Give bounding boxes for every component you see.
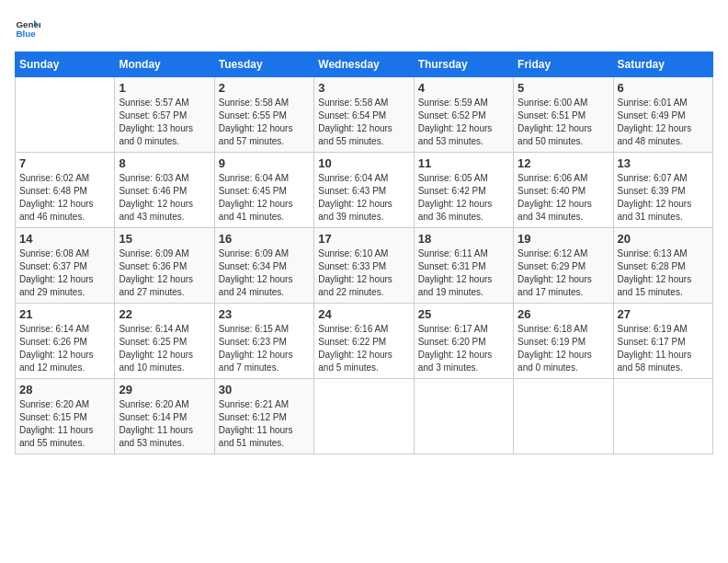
day-info: Sunrise: 6:07 AM Sunset: 6:39 PM Dayligh… xyxy=(618,172,709,224)
calendar-table: SundayMondayTuesdayWednesdayThursdayFrid… xyxy=(15,52,713,454)
day-number: 14 xyxy=(19,232,110,246)
calendar-cell: 25Sunrise: 6:17 AM Sunset: 6:20 PM Dayli… xyxy=(414,304,513,379)
logo-icon: General Blue xyxy=(15,15,40,40)
day-info: Sunrise: 6:03 AM Sunset: 6:46 PM Dayligh… xyxy=(119,172,210,224)
calendar-cell: 19Sunrise: 6:12 AM Sunset: 6:29 PM Dayli… xyxy=(514,228,613,304)
weekday-header: Sunday xyxy=(16,52,115,77)
calendar-cell: 30Sunrise: 6:21 AM Sunset: 6:12 PM Dayli… xyxy=(214,379,313,454)
day-number: 16 xyxy=(219,232,310,246)
day-info: Sunrise: 5:57 AM Sunset: 6:57 PM Dayligh… xyxy=(119,97,210,148)
day-number: 21 xyxy=(19,307,110,321)
calendar-cell: 20Sunrise: 6:13 AM Sunset: 6:28 PM Dayli… xyxy=(613,228,712,304)
calendar-cell: 21Sunrise: 6:14 AM Sunset: 6:26 PM Dayli… xyxy=(16,304,115,379)
weekday-header: Saturday xyxy=(613,52,712,77)
day-number: 24 xyxy=(318,307,409,321)
day-number: 9 xyxy=(219,156,310,170)
calendar-cell: 29Sunrise: 6:20 AM Sunset: 6:14 PM Dayli… xyxy=(115,379,214,454)
calendar-cell: 17Sunrise: 6:10 AM Sunset: 6:33 PM Dayli… xyxy=(314,228,414,304)
calendar-week-row: 1Sunrise: 5:57 AM Sunset: 6:57 PM Daylig… xyxy=(16,77,713,153)
calendar-cell: 27Sunrise: 6:19 AM Sunset: 6:17 PM Dayli… xyxy=(613,304,712,379)
calendar-cell: 6Sunrise: 6:01 AM Sunset: 6:49 PM Daylig… xyxy=(613,77,712,153)
day-number: 29 xyxy=(119,383,210,396)
day-info: Sunrise: 6:00 AM Sunset: 6:51 PM Dayligh… xyxy=(518,97,609,148)
day-info: Sunrise: 6:14 AM Sunset: 6:26 PM Dayligh… xyxy=(19,323,110,374)
calendar-cell: 2Sunrise: 5:58 AM Sunset: 6:55 PM Daylig… xyxy=(214,77,313,153)
day-number: 23 xyxy=(219,307,310,321)
day-info: Sunrise: 6:20 AM Sunset: 6:14 PM Dayligh… xyxy=(119,398,210,450)
calendar-week-row: 21Sunrise: 6:14 AM Sunset: 6:26 PM Dayli… xyxy=(16,304,713,379)
calendar-cell xyxy=(613,379,712,454)
day-number: 15 xyxy=(119,232,210,246)
calendar-cell: 16Sunrise: 6:09 AM Sunset: 6:34 PM Dayli… xyxy=(214,228,313,304)
weekday-header: Wednesday xyxy=(314,52,414,77)
weekday-header: Tuesday xyxy=(214,52,313,77)
day-number: 25 xyxy=(418,307,509,321)
day-info: Sunrise: 6:11 AM Sunset: 6:31 PM Dayligh… xyxy=(418,247,509,299)
svg-text:Blue: Blue xyxy=(16,29,36,39)
calendar-cell: 23Sunrise: 6:15 AM Sunset: 6:23 PM Dayli… xyxy=(214,304,313,379)
page-header: General Blue xyxy=(15,15,713,40)
day-info: Sunrise: 5:58 AM Sunset: 6:55 PM Dayligh… xyxy=(219,97,310,148)
calendar-cell xyxy=(16,77,115,153)
day-number: 7 xyxy=(19,156,110,170)
day-info: Sunrise: 6:19 AM Sunset: 6:17 PM Dayligh… xyxy=(618,323,709,374)
calendar-cell: 5Sunrise: 6:00 AM Sunset: 6:51 PM Daylig… xyxy=(514,77,613,153)
calendar-cell: 22Sunrise: 6:14 AM Sunset: 6:25 PM Dayli… xyxy=(115,304,214,379)
calendar-cell: 26Sunrise: 6:18 AM Sunset: 6:19 PM Dayli… xyxy=(514,304,613,379)
day-number: 20 xyxy=(618,232,709,246)
day-info: Sunrise: 6:06 AM Sunset: 6:40 PM Dayligh… xyxy=(518,172,609,224)
calendar-cell: 1Sunrise: 5:57 AM Sunset: 6:57 PM Daylig… xyxy=(115,77,214,153)
day-number: 6 xyxy=(618,81,709,95)
day-info: Sunrise: 6:15 AM Sunset: 6:23 PM Dayligh… xyxy=(219,323,310,374)
calendar-cell: 4Sunrise: 5:59 AM Sunset: 6:52 PM Daylig… xyxy=(414,77,513,153)
day-number: 5 xyxy=(518,81,609,95)
day-info: Sunrise: 6:05 AM Sunset: 6:42 PM Dayligh… xyxy=(418,172,509,224)
day-number: 17 xyxy=(318,232,409,246)
calendar-week-row: 7Sunrise: 6:02 AM Sunset: 6:48 PM Daylig… xyxy=(16,153,713,228)
day-number: 4 xyxy=(418,81,509,95)
day-info: Sunrise: 6:10 AM Sunset: 6:33 PM Dayligh… xyxy=(318,247,409,299)
day-info: Sunrise: 6:04 AM Sunset: 6:43 PM Dayligh… xyxy=(318,172,409,224)
day-number: 22 xyxy=(119,307,210,321)
day-info: Sunrise: 6:04 AM Sunset: 6:45 PM Dayligh… xyxy=(219,172,310,224)
weekday-header: Friday xyxy=(514,52,613,77)
day-number: 3 xyxy=(318,81,409,95)
day-number: 11 xyxy=(418,156,509,170)
day-info: Sunrise: 5:59 AM Sunset: 6:52 PM Dayligh… xyxy=(418,97,509,148)
day-number: 26 xyxy=(518,307,609,321)
calendar-cell: 18Sunrise: 6:11 AM Sunset: 6:31 PM Dayli… xyxy=(414,228,513,304)
weekday-header: Thursday xyxy=(414,52,513,77)
day-info: Sunrise: 6:02 AM Sunset: 6:48 PM Dayligh… xyxy=(19,172,110,224)
calendar-header: SundayMondayTuesdayWednesdayThursdayFrid… xyxy=(16,52,713,77)
calendar-cell: 7Sunrise: 6:02 AM Sunset: 6:48 PM Daylig… xyxy=(16,153,115,228)
calendar-cell xyxy=(414,379,513,454)
day-info: Sunrise: 6:17 AM Sunset: 6:20 PM Dayligh… xyxy=(418,323,509,374)
day-info: Sunrise: 6:09 AM Sunset: 6:36 PM Dayligh… xyxy=(119,247,210,299)
day-number: 1 xyxy=(119,81,210,95)
calendar-cell: 24Sunrise: 6:16 AM Sunset: 6:22 PM Dayli… xyxy=(314,304,414,379)
day-number: 12 xyxy=(518,156,609,170)
calendar-cell: 14Sunrise: 6:08 AM Sunset: 6:37 PM Dayli… xyxy=(16,228,115,304)
logo: General Blue xyxy=(15,15,44,40)
day-number: 18 xyxy=(418,232,509,246)
day-number: 27 xyxy=(618,307,709,321)
calendar-week-row: 28Sunrise: 6:20 AM Sunset: 6:15 PM Dayli… xyxy=(16,379,713,454)
day-number: 19 xyxy=(518,232,609,246)
calendar-cell: 8Sunrise: 6:03 AM Sunset: 6:46 PM Daylig… xyxy=(115,153,214,228)
day-info: Sunrise: 6:01 AM Sunset: 6:49 PM Dayligh… xyxy=(618,97,709,148)
day-info: Sunrise: 6:16 AM Sunset: 6:22 PM Dayligh… xyxy=(318,323,409,374)
calendar-cell: 9Sunrise: 6:04 AM Sunset: 6:45 PM Daylig… xyxy=(214,153,313,228)
day-info: Sunrise: 6:14 AM Sunset: 6:25 PM Dayligh… xyxy=(119,323,210,374)
day-number: 10 xyxy=(318,156,409,170)
calendar-cell xyxy=(514,379,613,454)
day-info: Sunrise: 5:58 AM Sunset: 6:54 PM Dayligh… xyxy=(318,97,409,148)
calendar-cell: 12Sunrise: 6:06 AM Sunset: 6:40 PM Dayli… xyxy=(514,153,613,228)
day-info: Sunrise: 6:12 AM Sunset: 6:29 PM Dayligh… xyxy=(518,247,609,299)
weekday-header: Monday xyxy=(115,52,214,77)
day-number: 2 xyxy=(219,81,310,95)
day-number: 13 xyxy=(618,156,709,170)
day-number: 30 xyxy=(219,383,310,396)
day-info: Sunrise: 6:18 AM Sunset: 6:19 PM Dayligh… xyxy=(518,323,609,374)
calendar-cell: 3Sunrise: 5:58 AM Sunset: 6:54 PM Daylig… xyxy=(314,77,414,153)
day-info: Sunrise: 6:20 AM Sunset: 6:15 PM Dayligh… xyxy=(19,398,110,450)
